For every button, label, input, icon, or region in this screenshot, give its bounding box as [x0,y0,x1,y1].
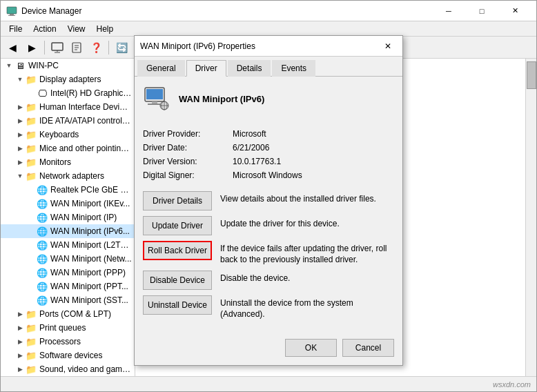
tree-item-procs[interactable]: ▶ 📁 Processors [1,335,135,349]
tree-item-wan-l2tp[interactable]: 🌐 WAN Miniport (L2TP... [1,238,135,252]
tree-item-softdev[interactable]: ▶ 📁 Software devices [1,349,135,362]
expand-wan-ppt[interactable] [26,281,37,292]
device-wan-sst-icon: 🌐 [37,295,48,306]
expand-wan-ikev[interactable] [26,198,37,209]
ok-button[interactable]: OK [285,339,337,357]
device-tree[interactable]: ▼ 🖥 WIN-PC ▼ 📁 Display adapters 🖵 Intel(… [1,59,135,376]
tree-item-mice[interactable]: ▶ 📁 Mice and other pointing... [1,141,135,155]
disable-device-button[interactable]: Disable Device [143,271,212,290]
tab-general[interactable]: General [137,60,185,77]
tree-item-wan-ppt[interactable]: 🌐 WAN Miniport (PPT... [1,280,135,293]
tree-item-monitors[interactable]: ▶ 📁 Monitors [1,155,135,169]
device-wan-l2tp-icon: 🌐 [37,239,48,251]
expand-printq[interactable]: ▶ [14,322,26,333]
update-driver-desc: Update the driver for this device. [220,216,340,230]
uninstall-device-button[interactable]: Uninstall Device [143,295,212,315]
tree-label-network: Network adapters [39,171,104,181]
tree-label-wan-sst: WAN Miniport (SST... [50,295,128,305]
driver-details-button[interactable]: Driver Details [143,191,212,210]
roll-back-desc: If the device fails after updating the d… [220,241,394,265]
tree-label-realtek: Realtek PCIe GbE Fa... [50,185,132,195]
expand-display[interactable]: ▼ [14,74,26,85]
menu-file[interactable]: File [3,23,28,35]
forward-button[interactable]: ▶ [23,39,41,57]
refresh-button[interactable]: 🔄 [113,39,130,57]
computer-button[interactable] [48,39,66,57]
close-button[interactable]: ✕ [499,1,531,21]
back-button[interactable]: ◀ [3,39,21,57]
action-buttons: Driver Details View details about the in… [143,191,394,320]
expand-ide[interactable]: ▶ [14,115,26,126]
device-header: WAN Miniport (IPv6) [143,85,394,118]
roll-back-driver-button[interactable]: Roll Back Driver [143,241,212,260]
label-provider: Driver Provider: [143,129,233,139]
expand-intel[interactable] [26,88,37,99]
expand-wan-ip[interactable] [26,212,37,223]
tree-item-wan-ipv6[interactable]: 🌐 WAN Miniport (IPv6... [1,224,135,238]
tree-item-hid[interactable]: ▶ 📁 Human Interface Device... [1,100,135,114]
menu-view[interactable]: View [62,23,91,35]
expand-hid[interactable]: ▶ [14,101,26,112]
maximize-button[interactable]: □ [466,1,498,21]
update-driver-button[interactable]: Update Driver [143,216,212,235]
properties-dialog: WAN Miniport (IPv6) Properties ✕ General… [134,35,403,366]
info-row-version: Driver Version: 10.0.17763.1 [143,157,394,166]
tree-item-intel[interactable]: 🖵 Intel(R) HD Graphics... [1,86,135,100]
expand-procs[interactable]: ▶ [14,336,26,347]
expand-wan-ipv6[interactable] [26,226,37,237]
tree-label-wan-ipv6: WAN Miniport (IPv6... [50,226,130,236]
folder-softdev-icon: 📁 [26,350,37,361]
tree-item-ide[interactable]: ▶ 📁 IDE ATA/ATAPI controlle... [1,114,135,128]
properties-button[interactable] [68,39,86,57]
tree-item-wan-ip[interactable]: 🌐 WAN Miniport (IP) [1,210,135,224]
action-row-disable: Disable Device Disable the device. [143,271,394,290]
svg-rect-0 [7,7,17,14]
tree-item-sound[interactable]: ▶ 📁 Sound, video and game... [1,362,135,376]
tree-item-root[interactable]: ▼ 🖥 WIN-PC [1,59,135,72]
tree-item-realtek[interactable]: 🌐 Realtek PCIe GbE Fa... [1,183,135,197]
computer-icon: 🖥 [14,60,26,71]
expand-wan-ppp[interactable] [26,267,37,278]
cancel-button[interactable]: Cancel [342,339,394,357]
expand-keyboards[interactable]: ▶ [14,129,26,140]
tab-details[interactable]: Details [228,60,271,77]
tree-item-wan-netw[interactable]: 🌐 WAN Miniport (Netw... [1,252,135,266]
dialog-close-button[interactable]: ✕ [379,38,397,55]
menu-action[interactable]: Action [28,23,61,35]
value-version: 10.0.17763.1 [233,157,281,166]
scrollbar[interactable] [525,59,536,376]
expand-softdev[interactable]: ▶ [14,350,26,361]
status-text: wsxdn.com [493,380,531,389]
menu-help[interactable]: Help [91,23,119,35]
svg-point-22 [162,101,167,110]
value-signer: Microsoft Windows [233,170,302,180]
expand-wan-netw[interactable] [26,253,37,264]
tree-item-keyboards[interactable]: ▶ 📁 Keyboards [1,128,135,141]
help-button[interactable]: ❓ [87,39,105,57]
svg-rect-3 [52,43,63,50]
info-row-date: Driver Date: 6/21/2006 [143,143,394,153]
minimize-button[interactable]: ─ [433,1,465,21]
tab-driver[interactable]: Driver [186,60,226,77]
tree-item-wan-ikev[interactable]: 🌐 WAN Miniport (IKEv... [1,197,135,210]
expand-network[interactable]: ▼ [14,170,26,182]
expand-monitors[interactable]: ▶ [14,157,26,168]
expand-wan-l2tp[interactable] [26,239,37,251]
tree-item-ports[interactable]: ▶ 📁 Ports (COM & LPT) [1,307,135,321]
tree-item-wan-sst[interactable]: 🌐 WAN Miniport (SST... [1,293,135,307]
expand-sound[interactable]: ▶ [14,364,26,375]
tree-item-display[interactable]: ▼ 📁 Display adapters [1,72,135,86]
scrollbar-thumb[interactable] [527,61,536,89]
expand-wan-sst[interactable] [26,295,37,306]
value-provider: Microsoft [233,129,266,139]
tree-item-network[interactable]: ▼ 📁 Network adapters [1,169,135,183]
expand-mice[interactable]: ▶ [14,143,26,154]
tree-label-sound: Sound, video and game... [39,364,132,374]
tree-label-hid: Human Interface Device... [39,102,132,112]
expand-root[interactable]: ▼ [3,60,14,71]
expand-realtek[interactable] [26,184,37,195]
tab-events[interactable]: Events [272,60,315,77]
tree-item-wan-ppp[interactable]: 🌐 WAN Miniport (PPP) [1,266,135,280]
tree-item-printq[interactable]: ▶ 📁 Print queues [1,321,135,335]
expand-ports[interactable]: ▶ [14,308,26,320]
